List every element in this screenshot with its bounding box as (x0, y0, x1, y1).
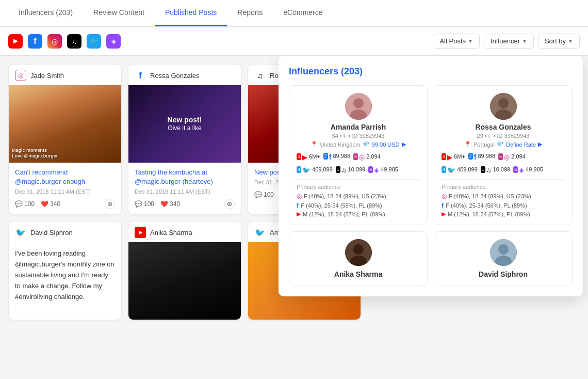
post-4-caption: I've been loving reading @magic.burger's… (15, 248, 115, 302)
rossa-instagram-stat: 6 ◎ 2,094 (498, 153, 526, 161)
anika-avatar (345, 239, 372, 266)
amanda-name: Amanda Parrish (297, 123, 420, 131)
post-2-likes: ❤️ 340 (160, 200, 180, 208)
influencer-arrow-icon: ▼ (522, 38, 527, 44)
amanda-twitter-stat: 4 🐦 409,099 (297, 166, 333, 174)
post-3-comments: 💬 100 (254, 191, 274, 198)
amanda-platforms: 3 ▶ 6M+ 2 f 89,988 8 ◎ 2,094 (297, 153, 420, 161)
bottom-influencer-cards: Anika Sharma David Siphron (289, 231, 573, 286)
influencer-filter[interactable]: Influencer ▼ (484, 34, 534, 49)
influencer-card-david[interactable]: David Siphron (434, 231, 573, 286)
post-card-1[interactable]: ◎ Jade Smith Magic momentsLove @magic.bu… (8, 64, 122, 215)
amanda-audience: Primary audience ◎ F (40%), 18-24 (89%),… (297, 179, 420, 217)
svg-point-7 (353, 244, 364, 255)
post-1-add-icon[interactable]: ⊕ (105, 199, 115, 209)
amanda-twitch-stat: 6 ◈ 49,985 (368, 166, 398, 174)
amanda-avatar (345, 93, 372, 120)
all-posts-filter[interactable]: All Posts ▼ (433, 34, 479, 49)
influencer-cards-row: Amanda Parrish 34 • F • ID 39829943 📍 Un… (289, 85, 573, 225)
post-1-likes: ❤️ 340 (41, 200, 60, 208)
main-content: ◎ Jade Smith Magic momentsLove @magic.bu… (0, 56, 588, 379)
post-1-platform-icon: ◎ (15, 70, 26, 81)
post-1-comments: 💬 100 (15, 200, 35, 208)
amanda-meta: 34 • F • ID 39829943 (297, 133, 420, 139)
svg-point-10 (498, 244, 509, 255)
rossa-twitter-stat: 4 🐦 409,099 (442, 166, 478, 174)
post-card-2[interactable]: f Rossa Gonzales New post! Give it a lik… (128, 64, 241, 215)
post-2-image: New post! Give it a like (128, 85, 241, 163)
define-rate-link[interactable]: Define Rate (506, 141, 536, 148)
twitch-platform-icon[interactable]: ◈ (106, 34, 121, 49)
twitter-platform-icon[interactable]: 🐦 (87, 34, 101, 49)
influencer-card-rossa[interactable]: Rossa Gonzales 29 • F • ID 39829943 📍 Po… (434, 85, 573, 225)
amanda-youtube-stat: 3 ▶ 6M+ (297, 153, 320, 161)
post-1-author: Jade Smith (30, 72, 64, 80)
youtube-platform-icon[interactable]: ▶ (8, 34, 23, 49)
rossa-audience-title: Primary audience (442, 184, 565, 190)
sortby-filter[interactable]: Sort by ▼ (538, 34, 580, 49)
amanda-instagram-stat: 8 ◎ 2,094 (353, 153, 381, 161)
post-5-platform-icon: ▶ (135, 227, 146, 238)
rossa-platforms-row2: 4 🐦 409,099 1 ♫ 10,099 6 ◈ 49,985 (442, 166, 565, 174)
post-5-image (128, 242, 241, 320)
rossa-meta: 29 • F • ID 39829943 (442, 133, 565, 139)
post-2-date: Dec 31, 2018 11:11 AM (EST) (135, 188, 235, 195)
sortby-arrow-icon: ▼ (568, 38, 573, 44)
allposts-arrow-icon: ▼ (468, 38, 473, 44)
facebook-platform-icon[interactable]: f (28, 34, 42, 49)
toolbar-filters: All Posts ▼ Influencer ▼ Sort by ▼ (433, 34, 580, 49)
david-avatar (490, 239, 517, 266)
rossa-facebook-stat: 2 f 89,988 (468, 153, 495, 161)
post-4-platform-icon: 🐦 (15, 227, 26, 238)
rossa-twitch-stat: 6 ◈ 49,985 (513, 166, 543, 174)
top-nav: Influencers (203) Review Content Publish… (0, 0, 588, 27)
rossa-location: 📍 Portugal 💎 Define Rate ▶ (442, 141, 565, 148)
post-5-author: Anika Sharma (150, 229, 192, 236)
rossa-avatar (490, 93, 517, 120)
post-1-caption: Can't recommend @magic.burger enough (15, 168, 115, 186)
amanda-platforms-row2: 4 🐦 409,099 1 ♫ 10,099 6 ◈ 49,985 (297, 166, 420, 174)
post-4-author: David Siphron (30, 229, 73, 236)
rossa-tiktok-stat: 1 ♫ 10,099 (481, 166, 510, 174)
amanda-tiktok-stat: 1 ♫ 10,099 (336, 166, 365, 174)
instagram-platform-icon[interactable]: ◎ (47, 34, 62, 49)
rossa-youtube-stat: 3 ▶ 6M+ (442, 153, 465, 161)
post-1-date: Dec 31, 2018 11:11 AM (EST) (15, 188, 115, 195)
rossa-platforms: 3 ▶ 6M+ 2 f 89,988 6 ◎ 2,094 (442, 153, 565, 161)
influencer-card-anika[interactable]: Anika Sharma (289, 231, 428, 286)
david-name: David Siphron (442, 270, 565, 278)
rossa-audience: Primary audience ◎ F (40%), 18-24 (89%),… (442, 179, 565, 217)
tiktok-platform-icon[interactable]: ♫ (67, 34, 81, 49)
platform-icons: ▶ f ◎ ♫ 🐦 ◈ (8, 34, 121, 49)
post-card-5[interactable]: ▶ Anika Sharma (128, 221, 241, 320)
tab-reports[interactable]: Reports (227, 0, 273, 26)
tab-influencers[interactable]: Influencers (203) (8, 0, 83, 26)
post-2-author: Rossa Gonzales (150, 72, 199, 80)
amanda-location: 📍 United Kingdom 💎 99.00 USD ▶ (297, 141, 420, 148)
post-3-platform-icon: ♫ (254, 70, 266, 81)
anika-name: Anika Sharma (297, 270, 420, 278)
toolbar: ▶ f ◎ ♫ 🐦 ◈ All Posts ▼ Influencer ▼ Sor… (0, 27, 588, 56)
amanda-facebook-stat: 2 f 89,988 (323, 153, 350, 161)
post-2-platform-icon: f (135, 70, 146, 81)
dropdown-title: Influencers (203) (289, 66, 573, 77)
tab-published-posts[interactable]: Published Posts (155, 0, 227, 26)
post-card-4[interactable]: 🐦 David Siphron I've been loving reading… (8, 221, 122, 320)
svg-point-4 (498, 98, 509, 108)
svg-point-1 (353, 98, 364, 108)
post-1-image: Magic momentsLove @magic.burger (9, 85, 121, 163)
tab-review-content[interactable]: Review Content (83, 0, 155, 26)
influencers-dropdown: Influencers (203) Amanda Parrish 34 • F … (279, 56, 583, 296)
post-2-add-icon[interactable]: ⊕ (224, 199, 235, 209)
influencer-card-amanda[interactable]: Amanda Parrish 34 • F • ID 39829943 📍 Un… (289, 85, 428, 225)
post-2-comments: 💬 100 (135, 200, 154, 208)
post-2-caption: Tasting the kombucha at @magic.burger (h… (135, 168, 235, 186)
post-6-platform-icon: 🐦 (254, 227, 266, 238)
audience-title: Primary audience (297, 184, 420, 190)
rossa-name: Rossa Gonzales (442, 123, 565, 131)
tab-ecommerce[interactable]: eCommerce (273, 0, 333, 26)
